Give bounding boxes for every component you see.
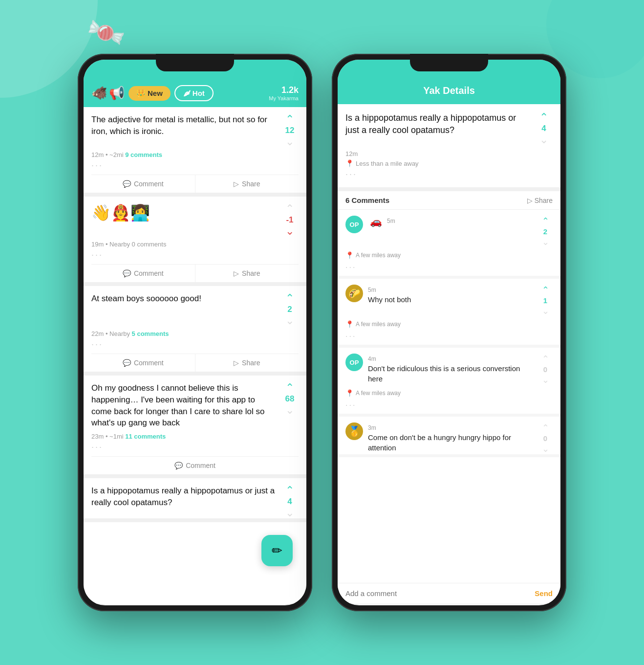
tab-hot[interactable]: 🌶 Hot bbox=[174, 85, 214, 101]
comment-label: Comment bbox=[186, 462, 215, 469]
comment-label: Comment bbox=[134, 359, 164, 367]
post-3-dots: ··· bbox=[91, 339, 299, 350]
avatar-icon-1: 🐗 bbox=[91, 86, 107, 101]
upvote-icon[interactable]: ⌃ bbox=[539, 112, 548, 123]
comment-icon: 💬 bbox=[123, 180, 131, 188]
yakarma-count: 1.2k bbox=[281, 85, 299, 95]
vote-count: 68 bbox=[285, 394, 295, 404]
downvote-icon[interactable]: ⌄ bbox=[542, 237, 549, 247]
downvote-icon[interactable]: ⌄ bbox=[285, 405, 294, 416]
upvote-icon[interactable]: ⌃ bbox=[285, 382, 294, 393]
comment-4-text: Come on don't be a hungry hungry hippo f… bbox=[368, 432, 533, 453]
vote-count: 0 bbox=[543, 434, 547, 443]
upvote-icon[interactable]: ⌃ bbox=[542, 422, 549, 433]
downvote-icon[interactable]: ⌄ bbox=[542, 306, 549, 316]
comment-label: Comment bbox=[134, 269, 164, 277]
downvote-icon[interactable]: ⌄ bbox=[285, 226, 294, 237]
post-4-comments[interactable]: 11 comments bbox=[125, 433, 166, 440]
comment-2-location: 📍 A few miles away bbox=[345, 320, 553, 328]
post-3-share-btn[interactable]: ▷ Share bbox=[195, 354, 299, 372]
comment-2-vote: ⌃ 1 ⌄ bbox=[538, 285, 553, 316]
post-4: Oh my goodness I cannot believe this is … bbox=[84, 376, 306, 478]
comments-header: 6 Comments ▷ Share bbox=[338, 191, 560, 210]
comment-1-avatar: OP bbox=[345, 216, 363, 233]
upvote-icon[interactable]: ⌃ bbox=[542, 354, 549, 364]
post-3-comment-btn[interactable]: 💬 Comment bbox=[91, 354, 195, 372]
post-1-share-btn[interactable]: ▷ Share bbox=[195, 175, 299, 193]
comment-1-time: 5m bbox=[387, 218, 533, 224]
comment-3-time: 4m bbox=[368, 355, 533, 362]
post-3-comments[interactable]: 5 comments bbox=[132, 330, 169, 337]
comment-2-content: 5m Why not both bbox=[368, 285, 533, 305]
yak-dots: ··· bbox=[345, 169, 553, 179]
upvote-icon[interactable]: ⌃ bbox=[285, 114, 294, 125]
share-icon: ▷ bbox=[234, 359, 239, 367]
post-5-votes: ⌃ 4 ⌄ bbox=[281, 485, 299, 518]
post-4-comment-btn[interactable]: 💬 Comment bbox=[91, 457, 299, 474]
share-label: Share bbox=[535, 197, 553, 204]
comment-2: 🌮 5m Why not both ⌃ 1 ⌄ 📍 A few miles aw… bbox=[338, 279, 560, 348]
feed-content: The adjective for metal is metallic, but… bbox=[84, 107, 306, 604]
phone-notch bbox=[156, 54, 234, 71]
post-1-comment-btn[interactable]: 💬 Comment bbox=[91, 175, 195, 193]
vote-count: 1 bbox=[543, 296, 547, 305]
tab-new-crown: 👑 bbox=[136, 89, 146, 98]
comment-4-avatar: 🥇 bbox=[345, 422, 363, 440]
share-icon: ▷ bbox=[234, 180, 239, 188]
vote-count: 0 bbox=[543, 365, 547, 374]
share-label: Share bbox=[242, 180, 260, 188]
post-4-meta: 23m • ~1mi 11 comments bbox=[91, 433, 299, 440]
comment-2-time: 5m bbox=[368, 287, 533, 293]
comment-icon: 💬 bbox=[123, 359, 131, 367]
detail-title: Yak Details bbox=[423, 85, 475, 96]
comment-3: OP 4m Don't be ridiculous this is a seri… bbox=[338, 348, 560, 417]
upvote-icon[interactable]: ⌃ bbox=[285, 293, 294, 304]
tab-new[interactable]: 👑 New bbox=[129, 86, 171, 101]
comment-1-icon: 🚗 bbox=[370, 216, 382, 227]
comment-input-bar: Send bbox=[338, 583, 560, 603]
phone-screen-feed: 🐗 📢 👑 New 🌶 Hot 1.2k My Yakarma The adje… bbox=[84, 60, 306, 605]
downvote-icon[interactable]: ⌄ bbox=[285, 508, 294, 518]
share-label: Share bbox=[242, 359, 260, 367]
pin-icon: 📍 bbox=[345, 389, 354, 397]
vote-count: 2 bbox=[543, 227, 547, 236]
post-2-dots: ··· bbox=[91, 250, 299, 260]
comment-input[interactable] bbox=[345, 589, 535, 598]
compose-fab[interactable]: ✏ bbox=[261, 535, 293, 566]
post-2-share-btn[interactable]: ▷ Share bbox=[195, 265, 299, 282]
comment-3-location: 📍 A few miles away bbox=[345, 389, 553, 397]
downvote-icon[interactable]: ⌄ bbox=[539, 134, 548, 145]
upvote-icon[interactable]: ⌃ bbox=[542, 216, 549, 226]
post-1-comments[interactable]: 9 comments bbox=[125, 151, 162, 158]
tab-hot-fire: 🌶 bbox=[183, 89, 191, 97]
post-2-meta: 19m • Nearby 0 comments bbox=[91, 241, 299, 248]
comment-1-location: 📍 A few miles away bbox=[345, 251, 553, 259]
post-3: At steam boys soooooo good! ⌃ 2 ⌄ 22m • … bbox=[84, 286, 306, 376]
post-3-text: At steam boys soooooo good! bbox=[91, 293, 275, 326]
upvote-icon[interactable]: ⌃ bbox=[285, 203, 294, 214]
downvote-icon[interactable]: ⌄ bbox=[285, 315, 294, 326]
comment-3-content: 4m Don't be ridiculous this is a serious… bbox=[368, 354, 533, 384]
yak-detail-meta: 12m bbox=[345, 150, 553, 157]
post-2-text: 👋🧑‍🚒👩‍💻 bbox=[91, 203, 275, 237]
avatar-icon-2: 📢 bbox=[109, 86, 125, 101]
send-button[interactable]: Send bbox=[535, 589, 553, 598]
comment-3-vote: ⌃ 0 ⌄ bbox=[538, 354, 553, 385]
post-1-dots: ··· bbox=[91, 160, 299, 171]
upvote-icon[interactable]: ⌃ bbox=[542, 285, 549, 295]
vote-count: -1 bbox=[286, 215, 293, 225]
pin-icon: 📍 bbox=[345, 159, 354, 167]
downvote-icon[interactable]: ⌄ bbox=[542, 375, 549, 385]
comment-1-vote: ⌃ 2 ⌄ bbox=[538, 216, 553, 247]
share-btn[interactable]: ▷ Share bbox=[527, 197, 553, 204]
downvote-icon[interactable]: ⌄ bbox=[542, 443, 549, 454]
post-3-votes: ⌃ 2 ⌄ bbox=[281, 293, 299, 326]
downvote-icon[interactable]: ⌄ bbox=[285, 136, 294, 147]
comment-1: OP 🚗 5m ⌃ 2 ⌄ 📍 A few miles away ··· bbox=[338, 210, 560, 279]
comment-icon: 💬 bbox=[174, 462, 183, 469]
upvote-icon[interactable]: ⌃ bbox=[285, 485, 294, 496]
yakarma-label: My Yakarma bbox=[269, 95, 299, 101]
detail-content: Is a hippopotamus really a hippopotamus … bbox=[338, 104, 560, 603]
post-2-comment-btn[interactable]: 💬 Comment bbox=[91, 265, 195, 282]
vote-count: 4 bbox=[541, 124, 546, 133]
